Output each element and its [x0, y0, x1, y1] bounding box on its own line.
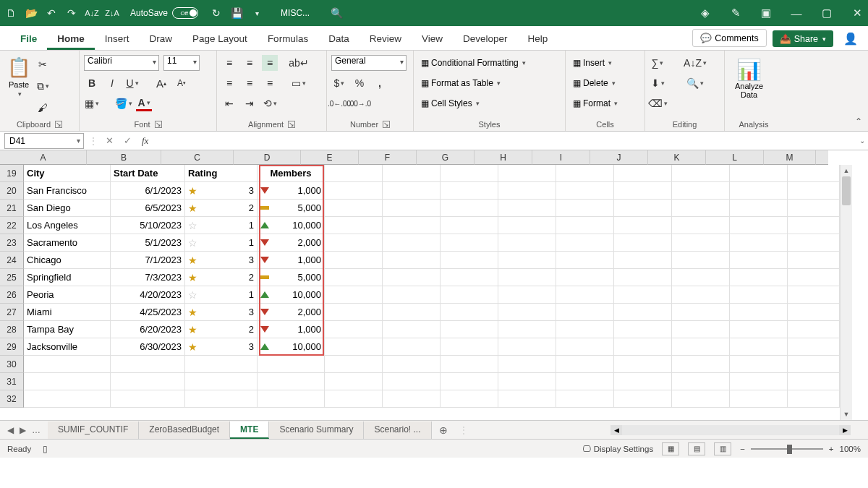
- cell-E21[interactable]: [325, 200, 383, 217]
- col-header-M[interactable]: M: [764, 150, 816, 165]
- cell-F29[interactable]: [383, 338, 441, 356]
- cell-I27[interactable]: [556, 304, 614, 321]
- find-select-icon[interactable]: 🔍▾: [687, 75, 703, 91]
- cell-M21[interactable]: [788, 200, 840, 217]
- number-dialog-icon[interactable]: ↘: [383, 121, 390, 128]
- cell-L28[interactable]: [730, 321, 788, 338]
- hscroll-right-icon[interactable]: ▶: [839, 425, 851, 435]
- zoom-slider[interactable]: [751, 448, 823, 450]
- cell-F23[interactable]: [383, 234, 441, 252]
- cell-I20[interactable]: [556, 182, 614, 200]
- col-header-B[interactable]: B: [87, 150, 161, 165]
- cell-E28[interactable]: [325, 321, 383, 338]
- comments-button[interactable]: 💬 Comments: [692, 29, 766, 47]
- fill-color-icon[interactable]: 🪣▾: [116, 95, 132, 111]
- cell-J24[interactable]: [614, 252, 672, 269]
- cell-H23[interactable]: [498, 234, 556, 252]
- cell-G23[interactable]: [441, 234, 498, 252]
- redo-icon[interactable]: ↷: [65, 7, 78, 20]
- ribbon-mode-icon[interactable]: ▣: [760, 7, 773, 20]
- col-header-J[interactable]: J: [590, 150, 648, 165]
- cell-I24[interactable]: [556, 252, 614, 269]
- cell-B20[interactable]: 6/1/2023: [111, 182, 185, 200]
- cell-J21[interactable]: [614, 200, 672, 217]
- cell-K27[interactable]: [672, 304, 730, 321]
- cell-M20[interactable]: [788, 182, 840, 200]
- cell-A22[interactable]: Los Angeles: [24, 217, 111, 234]
- percent-icon[interactable]: %: [352, 75, 367, 91]
- insert-cells-button[interactable]: ▦ Insert▾: [570, 55, 615, 71]
- cell-F24[interactable]: [383, 252, 441, 269]
- cell-F20[interactable]: [383, 182, 441, 200]
- dec-decimal-icon[interactable]: .00→.0: [352, 95, 367, 111]
- cell-D25[interactable]: 5,000: [258, 269, 325, 286]
- row-header-25[interactable]: 25: [0, 269, 24, 286]
- sheet-tab-scenario-summary[interactable]: Scenario Summary: [269, 421, 364, 439]
- cell-J23[interactable]: [614, 234, 672, 252]
- tab-developer[interactable]: Developer: [453, 27, 518, 50]
- cell-F27[interactable]: [383, 304, 441, 321]
- refresh-icon[interactable]: ↻: [210, 7, 223, 20]
- tab-page-layout[interactable]: Page Layout: [182, 27, 258, 50]
- hscroll-left-icon[interactable]: ◀: [610, 425, 622, 435]
- view-normal-icon[interactable]: ▦: [662, 442, 679, 455]
- cell-M31[interactable]: [788, 373, 840, 390]
- cell-L20[interactable]: [730, 182, 788, 200]
- tab-data[interactable]: Data: [318, 27, 359, 50]
- cell-D31[interactable]: [258, 373, 325, 390]
- shrink-font-icon[interactable]: A▾: [174, 75, 190, 91]
- macro-record-icon[interactable]: ▯: [43, 444, 48, 454]
- cell-M19[interactable]: [788, 165, 840, 182]
- cell-B29[interactable]: 6/30/2023: [111, 338, 185, 356]
- cell-G22[interactable]: [441, 217, 498, 234]
- cell-D26[interactable]: 10,000: [258, 286, 325, 304]
- new-file-icon[interactable]: 🗋: [4, 7, 17, 20]
- cell-G27[interactable]: [441, 304, 498, 321]
- cell-I21[interactable]: [556, 200, 614, 217]
- tab-insert[interactable]: Insert: [95, 27, 140, 50]
- cell-styles-button[interactable]: ▦ Cell Styles▾: [418, 95, 482, 111]
- cell-D23[interactable]: 2,000: [258, 234, 325, 252]
- accounting-icon[interactable]: $▾: [331, 75, 347, 91]
- cell-A32[interactable]: [24, 390, 111, 408]
- cell-C24[interactable]: ★3: [185, 252, 258, 269]
- format-as-table-button[interactable]: ▦ Format as Table▾: [418, 75, 503, 91]
- cell-C29[interactable]: ★3: [185, 338, 258, 356]
- col-header-F[interactable]: F: [359, 150, 417, 165]
- cell-G24[interactable]: [441, 252, 498, 269]
- cell-J22[interactable]: [614, 217, 672, 234]
- sheet-nav-next-icon[interactable]: ▶: [20, 425, 26, 435]
- cell-L19[interactable]: [730, 165, 788, 182]
- sheet-nav-more-icon[interactable]: …: [32, 425, 41, 435]
- analyze-data-button[interactable]: 📊 AnalyzeData: [729, 55, 769, 102]
- cut-icon[interactable]: ✂: [35, 56, 51, 72]
- cell-M28[interactable]: [788, 321, 840, 338]
- row-header-26[interactable]: 26: [0, 286, 24, 304]
- cell-K25[interactable]: [672, 269, 730, 286]
- cell-D22[interactable]: 10,000: [258, 217, 325, 234]
- cell-C21[interactable]: ★2: [185, 200, 258, 217]
- cell-K29[interactable]: [672, 338, 730, 356]
- cell-H30[interactable]: [498, 356, 556, 373]
- cell-G26[interactable]: [441, 286, 498, 304]
- cell-B19[interactable]: Start Date: [111, 165, 185, 182]
- cell-J19[interactable]: [614, 165, 672, 182]
- col-header-C[interactable]: C: [161, 150, 234, 165]
- cell-L29[interactable]: [730, 338, 788, 356]
- col-header-H[interactable]: H: [475, 150, 532, 165]
- cell-F28[interactable]: [383, 321, 441, 338]
- cell-B23[interactable]: 5/1/2023: [111, 234, 185, 252]
- cell-K26[interactable]: [672, 286, 730, 304]
- zoom-level[interactable]: 100%: [840, 445, 861, 453]
- clear-icon[interactable]: ⌫▾: [650, 95, 665, 111]
- cell-E27[interactable]: [325, 304, 383, 321]
- cell-G19[interactable]: [441, 165, 498, 182]
- cell-I22[interactable]: [556, 217, 614, 234]
- cell-K21[interactable]: [672, 200, 730, 217]
- cell-A26[interactable]: Peoria: [24, 286, 111, 304]
- cell-D27[interactable]: 2,000: [258, 304, 325, 321]
- align-left-icon[interactable]: ≡: [221, 75, 237, 91]
- cell-K22[interactable]: [672, 217, 730, 234]
- cell-J25[interactable]: [614, 269, 672, 286]
- cell-F26[interactable]: [383, 286, 441, 304]
